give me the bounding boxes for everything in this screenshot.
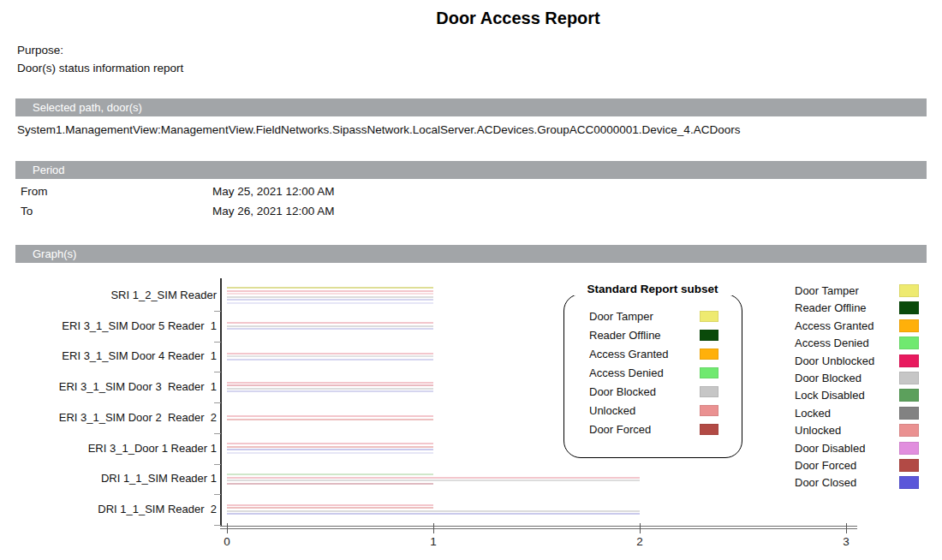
door-access-report-page: Door Access Report Purpose: Door(s) stat… [0,0,942,560]
bar-segment-locked [227,452,433,454]
full-legend-swatch [899,389,919,402]
subset-legend-item-label: Door Tamper [589,309,653,324]
y-axis-line [220,278,222,529]
x-axis-line [220,526,857,529]
x-axis-tick [433,523,434,533]
bar-segment-door-forced [227,507,433,509]
bar-segment-door-closed [227,359,433,360]
full-legend-swatch [899,319,919,332]
bar-segment-unlocked [227,504,433,506]
full-legend-item-label: Access Granted [795,319,874,333]
category-label: ERI 3_1_SIM Door 4 Reader 1 [0,349,217,364]
full-legend-swatch [899,407,919,420]
full-legend-swatch [899,354,919,367]
full-legend-swatch [899,459,919,472]
full-legend-item-label: Lock Disabled [795,388,865,402]
y-axis-tick [214,372,221,372]
x-axis-tick-label: 1 [420,535,446,548]
subset-legend-swatch [700,424,718,435]
bar-segment-door-closed [227,328,433,330]
bar-segment-unlocked [227,415,433,417]
subset-legend-item-label: Unlocked [589,403,635,418]
bar-segment-door-closed [227,449,433,450]
y-axis-tick [214,433,221,434]
y-axis-tick [214,525,221,526]
x-axis-tick-label: 2 [627,535,653,548]
bar-segment-door-forced [227,293,433,295]
full-legend-item-label: Door Blocked [795,371,862,385]
full-legend-swatch [899,476,919,489]
y-axis-tick [214,494,221,495]
full-legend-swatch [899,337,919,349]
x-axis-tick [227,523,228,533]
bar-segment-unlocked [227,382,433,384]
subset-legend-item-label: Reader Offline [589,328,661,343]
bar-segment-door-blocked [227,480,640,481]
y-axis-tick [214,464,221,465]
category-label: DRI 1_1_SIM Reader 1 [0,471,217,486]
full-legend-item-label: Unlocked [795,423,841,438]
x-axis-tick [640,523,641,533]
subset-legend-item-label: Access Granted [589,347,669,361]
bar-segment-door-forced [227,384,433,386]
subset-legend-item-label: Access Denied [589,366,664,380]
x-axis-tick [846,523,847,533]
subset-legend-swatch [700,386,718,397]
bar-segment-unlocked [227,353,433,354]
y-axis-tick [214,402,221,403]
full-legend-swatch [899,424,919,437]
full-legend-item-label: Door Disabled [795,441,865,456]
bar-segment-door-blocked [227,355,433,357]
full-legend-swatch [899,372,919,384]
bar-segment-door-forced [227,446,433,448]
bar-segment-door-closed [227,390,433,392]
bar-segment-door-blocked [227,388,433,390]
bar-segment-access-denied [227,474,433,475]
x-axis-tick-label: 0 [214,535,240,548]
bar-segment-door-closed [227,513,640,515]
bar-segment-door-forced [227,419,433,420]
subset-legend-swatch [700,349,718,360]
bar-segment-door-forced [227,483,433,485]
bar-segment-door-blocked [227,296,433,298]
bar-segment-unlocked [227,443,433,444]
category-label: ERI 3_1_Door 1 Reader 1 [0,441,217,456]
category-label: ERI 3_1_SIM Door 3 Reader 1 [0,379,217,395]
category-label: DRI 1_1_SIM Reader 2 [0,502,217,517]
bar-segment-unlocked [227,290,433,292]
subset-legend-swatch [700,330,718,341]
door-status-chart: Standard Report subset SRI 1_2_SIM Reade… [0,0,942,560]
subset-legend-swatch [700,367,718,378]
bar-segment-locked [227,302,433,304]
category-label: SRI 1_2_SIM Reader [0,288,217,303]
full-legend-item-label: Door Unblocked [795,354,874,368]
subset-legend-swatch [700,405,718,416]
y-axis-tick [214,311,221,312]
bar-segment-door-blocked [227,510,640,512]
category-label: ERI 3_1_SIM Door 2 Reader 2 [0,410,217,426]
y-axis-tick [214,342,221,343]
subset-legend-swatch [700,311,718,322]
subset-legend-item-label: Door Forced [589,422,651,437]
full-legend-item-label: Locked [795,406,831,420]
bar-segment-door-closed [227,299,433,301]
bar-segment-unlocked [227,477,640,479]
subset-legend-title: Standard Report subset [569,283,736,295]
full-legend-item-label: Door Closed [795,475,856,490]
bar-segment-door-tamper [227,287,433,289]
full-legend-item-label: Reader Offline [795,301,867,315]
category-label: ERI 3_1_SIM Door 5 Reader 1 [0,319,217,334]
bar-segment-unlocked [227,322,433,324]
full-legend-item-label: Door Forced [795,458,856,473]
bar-segment-door-blocked [227,325,433,327]
subset-legend-item-label: Door Blocked [589,384,656,399]
full-legend-swatch [899,442,919,455]
full-legend-swatch [899,301,919,314]
full-legend-item-label: Door Tamper [795,283,859,298]
x-axis-tick-label: 3 [833,535,859,548]
full-legend-swatch [899,284,919,297]
full-legend-item-label: Access Denied [795,336,869,350]
